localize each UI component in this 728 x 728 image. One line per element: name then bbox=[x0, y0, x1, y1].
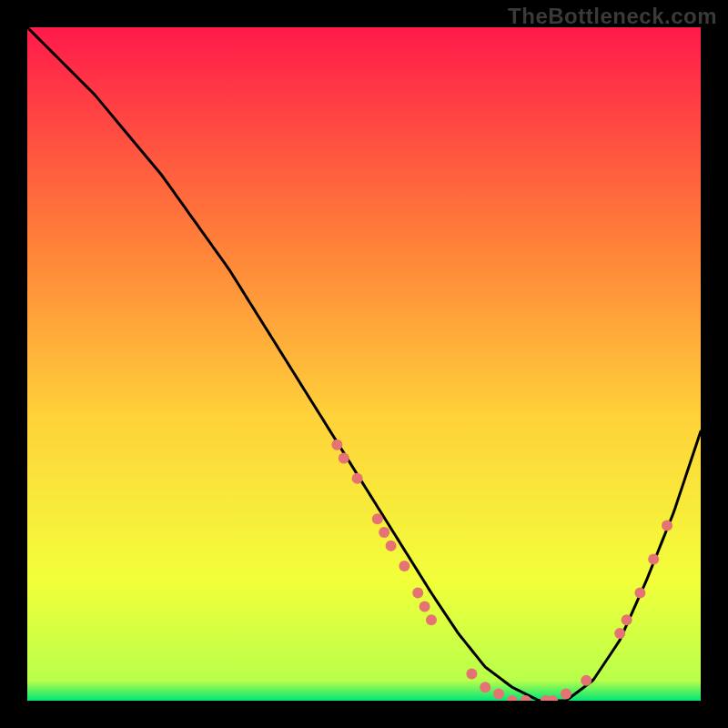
curve-marker bbox=[420, 601, 430, 612]
curve-marker bbox=[648, 554, 659, 565]
curve-marker bbox=[466, 668, 477, 679]
curve-marker bbox=[426, 614, 437, 625]
curve-marker bbox=[561, 689, 571, 700]
chart-container: TheBottleneck.com bbox=[0, 0, 728, 728]
curve-marker bbox=[386, 541, 397, 551]
curve-marker bbox=[634, 588, 645, 599]
chart-svg bbox=[27, 27, 701, 701]
curve-marker bbox=[339, 453, 349, 464]
curve-marker bbox=[379, 527, 389, 538]
watermark-text: TheBottleneck.com bbox=[508, 4, 717, 29]
curve-marker bbox=[614, 628, 625, 639]
curve-marker bbox=[622, 614, 632, 625]
curve-marker bbox=[662, 521, 672, 531]
plot-area bbox=[27, 27, 701, 701]
gradient-background bbox=[27, 27, 701, 701]
curve-marker bbox=[480, 682, 490, 693]
curve-marker bbox=[352, 473, 363, 484]
curve-marker bbox=[399, 561, 410, 571]
curve-marker bbox=[581, 675, 592, 686]
curve-marker bbox=[412, 588, 423, 599]
curve-marker bbox=[331, 440, 342, 450]
curve-marker bbox=[372, 513, 383, 524]
curve-marker bbox=[493, 689, 504, 700]
